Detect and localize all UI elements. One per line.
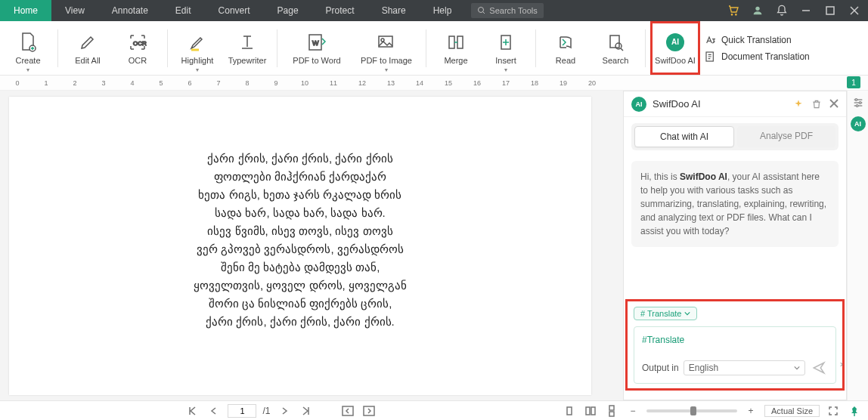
ai-badge-icon: AI: [631, 97, 646, 112]
maximize-icon[interactable]: [824, 5, 836, 17]
continuous-view-button[interactable]: [604, 403, 619, 418]
send-button[interactable]: [810, 359, 828, 377]
sparkle-icon[interactable]: [793, 99, 804, 110]
ai-input-highlighted: # Translate #Translate Output in English: [625, 299, 845, 391]
chevron-down-icon: [794, 365, 800, 371]
settings-slider-icon[interactable]: [852, 97, 864, 109]
svg-point-2: [731, 14, 732, 15]
menu-convert[interactable]: Convert: [205, 0, 264, 21]
search-button[interactable]: Search: [591, 21, 640, 75]
read-button[interactable]: Read: [541, 21, 591, 75]
svg-line-25: [621, 48, 623, 51]
zoom-label[interactable]: Actual Size: [764, 405, 820, 417]
ai-panel-header: AI SwifDoo AI: [624, 91, 846, 117]
panel-expand-icon[interactable]: ›: [840, 359, 843, 369]
svg-rect-39: [591, 407, 595, 415]
trash-icon[interactable]: [811, 99, 822, 110]
page-number-input[interactable]: [228, 404, 256, 418]
svg-rect-37: [567, 407, 572, 415]
edit-icon: [77, 32, 98, 53]
menu-page[interactable]: Page: [264, 0, 312, 21]
ai-panel-title: SwifDoo AI: [653, 98, 787, 110]
minimize-icon[interactable]: [800, 5, 812, 17]
ai-input-tag: #Translate: [634, 327, 835, 353]
search-tools-input[interactable]: Search Tools: [471, 3, 543, 18]
typewriter-button[interactable]: Typewriter: [222, 21, 272, 75]
output-label: Output in: [642, 363, 679, 373]
file-plus-icon: [17, 32, 39, 53]
nav-left-button[interactable]: [340, 403, 355, 418]
menu-share[interactable]: Share: [368, 0, 420, 21]
zoom-out-button[interactable]: −: [625, 403, 640, 418]
translate-a-icon: [705, 34, 717, 46]
read-icon: [555, 32, 576, 53]
user-icon[interactable]: [752, 5, 764, 17]
menu-view[interactable]: View: [51, 0, 98, 21]
menu-edit[interactable]: Edit: [162, 0, 205, 21]
zoom-in-button[interactable]: +: [743, 403, 758, 418]
nav-right-button[interactable]: [361, 403, 377, 418]
pin-button[interactable]: [847, 403, 862, 418]
single-page-view-button[interactable]: [562, 403, 577, 418]
merge-button[interactable]: Merge: [431, 21, 481, 75]
prev-page-button[interactable]: [206, 403, 222, 418]
document-text: ქარი ქრის, ქარი ქრის, ქარი ქრისფოთლები მ…: [39, 150, 561, 331]
workspace: ქარი ქრის, ქარი ქრის, ქარი ქრისფოთლები მ…: [0, 91, 868, 400]
panel-close-icon[interactable]: [829, 99, 839, 110]
svg-point-4: [755, 7, 759, 11]
highlight-button[interactable]: Highlight▾: [172, 21, 222, 75]
menu-help[interactable]: Help: [420, 0, 466, 21]
swifdoo-ai-button[interactable]: AI SwifDoo AI: [650, 21, 700, 75]
svg-rect-23: [610, 36, 619, 48]
pdf-to-image-button[interactable]: PDF to Image▾: [352, 21, 421, 75]
last-page-button[interactable]: [298, 403, 313, 418]
insert-button[interactable]: Insert▾: [481, 21, 531, 75]
menu-annotate[interactable]: Annotate: [98, 0, 162, 21]
svg-rect-6: [826, 7, 834, 14]
insert-icon: [495, 32, 516, 53]
bell-icon[interactable]: [776, 5, 788, 17]
svg-line-1: [483, 12, 485, 14]
image-icon: [376, 32, 397, 53]
translate-chip[interactable]: # Translate: [634, 307, 697, 320]
ocr-button[interactable]: OCR OCR: [113, 21, 163, 75]
ai-input-box[interactable]: #Translate Output in English: [634, 326, 836, 384]
close-icon[interactable]: [848, 5, 860, 17]
ruler: 01234567891011121314151617181920 1: [0, 76, 868, 91]
doc-search-icon: [605, 32, 626, 53]
document-translation-button[interactable]: Document Translation: [705, 51, 810, 63]
svg-point-0: [479, 8, 484, 13]
menu-home[interactable]: Home: [0, 0, 51, 21]
word-icon: W: [306, 32, 327, 53]
next-page-button[interactable]: [277, 403, 292, 418]
output-language-select[interactable]: English: [684, 360, 805, 375]
fullscreen-button[interactable]: [826, 403, 841, 418]
menu-tabs: Home View Annotate Edit Convert Page Pro…: [0, 0, 465, 21]
svg-point-34: [856, 105, 858, 107]
menu-bar: Home View Annotate Edit Convert Page Pro…: [0, 0, 868, 21]
ai-welcome-message: Hi, this is SwifDoo AI, your AI assistan…: [631, 161, 839, 247]
ai-tabs: Chat with AI Analyse PDF: [631, 123, 839, 150]
ai-rail-icon[interactable]: AI: [851, 116, 866, 131]
zoom-slider[interactable]: [646, 409, 737, 412]
chat-tab[interactable]: Chat with AI: [634, 126, 734, 147]
ai-panel: AI SwifDoo AI Chat with AI Analyse PDF H…: [623, 91, 847, 400]
titlebar-right: [727, 5, 868, 17]
svg-rect-40: [609, 406, 614, 410]
svg-text:OCR: OCR: [133, 40, 147, 47]
quick-translation-button[interactable]: Quick Translation: [705, 34, 810, 46]
two-page-view-button[interactable]: [583, 403, 598, 418]
search-icon: [477, 6, 486, 15]
svg-rect-41: [609, 412, 614, 416]
svg-rect-19: [457, 36, 463, 48]
analyse-tab[interactable]: Analyse PDF: [737, 126, 835, 147]
pdf-to-word-button[interactable]: W PDF to Word: [282, 21, 352, 75]
create-button[interactable]: Create▾: [3, 21, 53, 75]
highlight-icon: [187, 32, 208, 53]
ribbon: Create▾ Edit All OCR OCR Highlight▾ Type…: [0, 21, 868, 76]
menu-protect[interactable]: Protect: [312, 0, 368, 21]
page-badge: 1: [847, 76, 860, 88]
cart-icon[interactable]: [727, 5, 739, 17]
edit-all-button[interactable]: Edit All: [63, 21, 113, 75]
first-page-button[interactable]: [185, 403, 200, 418]
